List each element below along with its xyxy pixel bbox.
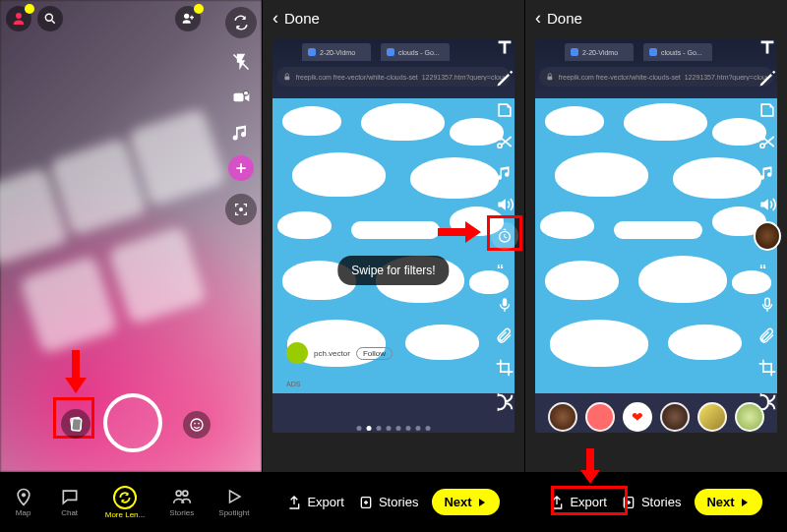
lens-button[interactable] — [183, 411, 211, 439]
nav-chat[interactable]: Chat — [59, 486, 81, 519]
video-button[interactable]: + — [224, 81, 258, 114]
notification-dot — [194, 4, 204, 14]
sound-tool[interactable] — [491, 191, 518, 218]
music-button[interactable] — [224, 116, 258, 149]
svg-rect-15 — [503, 298, 508, 306]
nav-spotlight[interactable]: Spotlight — [218, 486, 249, 519]
snap-preview: 2-20-Vidmo clouds - Go... freepik.com fr… — [535, 39, 777, 433]
nav-label: Map — [16, 508, 31, 517]
nav-more-lenses[interactable]: More Len... — [105, 486, 145, 519]
flip-icon — [232, 14, 250, 31]
url-text: freepik.com free-vector/white-clouds-set… — [296, 74, 505, 81]
timer-tool[interactable] — [491, 222, 518, 250]
export-button[interactable]: Export — [549, 495, 607, 510]
stories-button[interactable]: Stories — [621, 495, 681, 510]
lock-icon — [282, 72, 292, 82]
remix-tool[interactable] — [491, 388, 518, 416]
browser-tab: clouds - Go... — [398, 49, 440, 56]
svg-rect-10 — [284, 77, 289, 81]
url-text: freepik.com free-vector/white-clouds-set… — [559, 74, 767, 81]
paperclip-icon — [496, 327, 514, 345]
filter-item[interactable] — [735, 402, 764, 432]
stories-button[interactable]: Stories — [358, 495, 418, 510]
nav-label: Stories — [169, 508, 194, 517]
svg-point-4 — [239, 207, 243, 211]
svg-rect-16 — [547, 77, 552, 81]
text-tool[interactable] — [754, 33, 781, 61]
browser-tab: clouds - Go... — [661, 49, 702, 56]
voice-tool[interactable] — [754, 291, 781, 319]
follow-button[interactable]: Follow — [356, 347, 393, 360]
export-button[interactable]: Export — [286, 495, 344, 510]
export-label: Export — [570, 495, 607, 509]
nav-label: Spotlight — [218, 508, 249, 517]
link-tool[interactable]: “ — [491, 258, 518, 285]
text-tool[interactable] — [491, 33, 518, 61]
done-label: Done — [284, 10, 320, 27]
plus-icon — [234, 161, 248, 175]
quote-icon: “ — [491, 262, 518, 281]
music-icon — [231, 123, 251, 143]
filter-item[interactable]: ❤ — [623, 402, 652, 432]
timer-icon — [497, 228, 513, 244]
filter-item[interactable] — [660, 402, 690, 432]
scissor-tool[interactable] — [754, 128, 781, 155]
flip-camera-button[interactable] — [224, 6, 258, 39]
sticker-tool[interactable] — [754, 96, 781, 124]
nav-stories[interactable]: Stories — [169, 486, 194, 519]
next-button[interactable]: Next — [695, 489, 761, 515]
arrow-right-icon — [476, 497, 488, 508]
scan-icon — [233, 202, 249, 217]
music-tool[interactable] — [754, 159, 781, 187]
draw-tool[interactable] — [491, 65, 518, 92]
tutorial-arrow — [438, 221, 481, 243]
svg-point-9 — [198, 423, 200, 425]
paperclip-icon — [758, 327, 776, 345]
scissor-tool[interactable] — [491, 128, 518, 155]
crop-tool[interactable] — [491, 354, 518, 382]
attach-tool[interactable] — [491, 323, 518, 350]
svg-rect-6 — [72, 418, 82, 431]
refresh-icon — [117, 490, 133, 505]
link-tool[interactable]: “ — [754, 258, 781, 285]
filter-dots — [357, 426, 431, 431]
scan-button[interactable] — [224, 193, 258, 226]
next-label: Next — [706, 495, 734, 509]
next-button[interactable]: Next — [432, 489, 499, 515]
map-pin-icon — [14, 487, 33, 506]
shutter-button[interactable] — [103, 393, 162, 452]
draw-tool[interactable] — [754, 65, 781, 92]
pencil-icon — [757, 69, 777, 89]
cards-icon — [67, 415, 85, 433]
sticker-icon — [757, 100, 777, 120]
text-icon — [494, 36, 515, 58]
eye-filter-icon — [754, 221, 781, 251]
memories-button[interactable] — [61, 409, 91, 439]
add-button[interactable] — [224, 151, 258, 185]
done-label: Done — [547, 10, 582, 27]
sound-tool[interactable] — [754, 191, 781, 218]
svg-point-21 — [21, 493, 25, 497]
filter-item[interactable] — [697, 402, 727, 432]
action-bar: Export Stories Next — [262, 489, 524, 515]
done-button[interactable]: ‹Done — [263, 0, 524, 35]
music-tool[interactable] — [491, 159, 518, 187]
timer-tool[interactable] — [754, 222, 781, 250]
sticker-tool[interactable] — [491, 96, 518, 124]
author-name: pch.vector — [314, 349, 350, 358]
done-button[interactable]: ‹Done — [525, 0, 787, 35]
text-icon — [757, 36, 778, 58]
stories-label: Stories — [641, 495, 681, 509]
filter-item[interactable] — [585, 402, 615, 432]
nav-map[interactable]: Map — [13, 486, 34, 519]
attach-tool[interactable] — [754, 323, 781, 350]
filter-item[interactable] — [548, 402, 577, 432]
flash-button[interactable] — [224, 45, 258, 79]
crop-tool[interactable] — [754, 354, 781, 382]
nav-label: More Len... — [105, 510, 145, 519]
search-button[interactable] — [37, 6, 63, 31]
voice-tool[interactable] — [491, 291, 518, 319]
scissors-icon — [757, 132, 777, 151]
people-icon — [172, 487, 192, 506]
svg-text:“: “ — [759, 262, 767, 277]
